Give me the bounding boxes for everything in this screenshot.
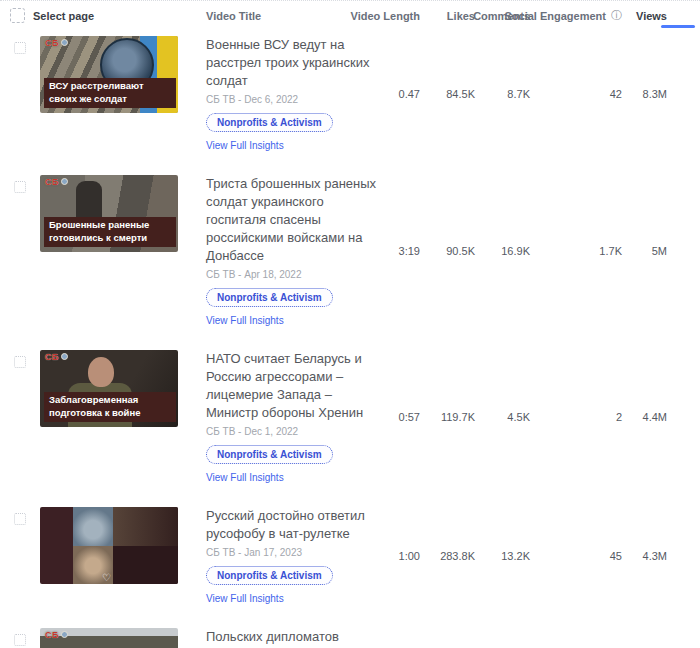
row-checkbox[interactable] bbox=[14, 634, 26, 646]
thumbnail-cell: СБ ВСУ расстреливают своих же солдат bbox=[40, 36, 178, 151]
views-value: 8.3M bbox=[622, 88, 667, 100]
view-full-insights-link[interactable]: View Full Insights bbox=[206, 472, 378, 483]
column-header-likes[interactable]: Likes bbox=[420, 10, 475, 22]
views-value: 5M bbox=[622, 245, 667, 257]
video-title[interactable]: Триста брошенных раненых солдат украинск… bbox=[206, 175, 378, 265]
social-engagement-value: 42 bbox=[530, 88, 622, 100]
table-header: Select page Video Title Video Length Lik… bbox=[0, 0, 700, 30]
category-badge[interactable]: Nonprofits & Activism bbox=[206, 566, 333, 585]
row-checkbox[interactable] bbox=[14, 42, 26, 54]
video-meta: СБ ТВ - Jan 17, 2023 bbox=[206, 547, 378, 558]
channel-logo: СБ bbox=[45, 353, 68, 362]
column-header-views[interactable]: Views bbox=[622, 10, 667, 22]
category-badge[interactable]: Nonprofits & Activism bbox=[206, 113, 333, 132]
thumbnail-cell: СБ Брошенные раненые готовились к смерти bbox=[40, 175, 178, 326]
video-meta: СБ ТВ - Apr 18, 2022 bbox=[206, 269, 378, 280]
title-cell: НАТО считает Беларусь и Россию агрессора… bbox=[178, 350, 378, 483]
likes-value: 283.8K bbox=[420, 550, 475, 562]
table-row: СБ Проводы дипломатов с позором Польских… bbox=[0, 628, 700, 648]
thumbnail-cell: ♡ bbox=[40, 507, 178, 604]
video-title[interactable]: Русский достойно ответил русофобу в чат-… bbox=[206, 507, 378, 543]
table-row: СБ ВСУ расстреливают своих же солдат Вое… bbox=[0, 36, 700, 151]
social-engagement-value: 45 bbox=[530, 550, 622, 562]
info-icon[interactable]: ⓘ bbox=[611, 10, 622, 21]
views-value: 4.3M bbox=[622, 550, 667, 562]
video-title[interactable]: Военные ВСУ ведут на расстрел троих укра… bbox=[206, 36, 378, 90]
view-full-insights-link[interactable]: View Full Insights bbox=[206, 140, 378, 151]
social-engagement-value: 2 bbox=[530, 411, 622, 423]
category-badge[interactable]: Nonprofits & Activism bbox=[206, 288, 333, 307]
row-select-cell bbox=[0, 628, 40, 648]
video-title[interactable]: НАТО считает Беларусь и Россию агрессора… bbox=[206, 350, 378, 422]
column-header-social-engagement[interactable]: Social Engagement ⓘ bbox=[530, 10, 622, 22]
comments-value: 8.7K bbox=[475, 88, 530, 100]
row-select-cell bbox=[0, 350, 40, 483]
video-thumbnail[interactable]: СБ Заблаговременная подготовка к войне bbox=[40, 350, 178, 427]
thumbnail-caption: Заблаговременная подготовка к войне bbox=[44, 392, 176, 422]
logo-globe-icon bbox=[61, 353, 68, 360]
channel-logo: СБ bbox=[45, 178, 68, 187]
select-page-checkbox[interactable] bbox=[10, 8, 25, 23]
row-checkbox[interactable] bbox=[14, 356, 26, 368]
video-title[interactable]: Польских дипломатов проводили под военны… bbox=[206, 628, 378, 648]
column-header-video-length[interactable]: Video Length bbox=[378, 10, 420, 22]
officer-head bbox=[88, 357, 114, 387]
logo-globe-icon bbox=[61, 631, 68, 638]
thumbnail-cell: СБ Заблаговременная подготовка к войне bbox=[40, 350, 178, 483]
social-engagement-label: Social Engagement bbox=[505, 10, 606, 22]
title-cell: Триста брошенных раненых солдат украинск… bbox=[178, 175, 378, 326]
title-cell: Польских дипломатов проводили под военны… bbox=[178, 628, 378, 648]
row-checkbox[interactable] bbox=[14, 513, 26, 525]
row-checkbox[interactable] bbox=[14, 181, 26, 193]
video-length-value: 0.47 bbox=[378, 88, 420, 100]
select-page-cell: Select page bbox=[0, 8, 178, 23]
views-value: 4.4M bbox=[622, 411, 667, 423]
video-thumbnail[interactable]: СБ Брошенные раненые готовились к смерти bbox=[40, 175, 178, 252]
thumbnail-caption: ВСУ расстреливают своих же солдат bbox=[44, 78, 176, 108]
social-engagement-value: 1.7K bbox=[530, 245, 622, 257]
video-meta: СБ ТВ - Dec 1, 2022 bbox=[206, 426, 378, 437]
video-thumbnail[interactable]: СБ Проводы дипломатов с позором bbox=[40, 628, 178, 648]
comments-value: 4.5K bbox=[475, 411, 530, 423]
video-meta: СБ ТВ - Dec 6, 2022 bbox=[206, 94, 378, 105]
category-badge[interactable]: Nonprofits & Activism bbox=[206, 445, 333, 464]
video-length-value: 1:00 bbox=[378, 550, 420, 562]
webcam-tile bbox=[113, 546, 178, 584]
video-length-value: 0:57 bbox=[378, 411, 420, 423]
row-select-cell bbox=[0, 36, 40, 151]
logo-globe-icon bbox=[61, 178, 68, 185]
video-length-value: 3:19 bbox=[378, 245, 420, 257]
likes-value: 119.7K bbox=[420, 411, 475, 423]
video-thumbnail[interactable]: СБ ВСУ расстреливают своих же солдат bbox=[40, 36, 178, 113]
comments-value: 13.2K bbox=[475, 550, 530, 562]
channel-logo: СБ bbox=[45, 39, 68, 48]
heart-icon: ♡ bbox=[102, 573, 111, 583]
webcam-tile bbox=[113, 507, 178, 546]
table-row: СБ Заблаговременная подготовка к войне Н… bbox=[0, 350, 700, 483]
title-cell: Военные ВСУ ведут на расстрел троих укра… bbox=[178, 36, 378, 151]
views-sort-indicator bbox=[661, 25, 695, 28]
table-row: СБ Брошенные раненые готовились к смерти… bbox=[0, 175, 700, 326]
column-header-video-title[interactable]: Video Title bbox=[178, 10, 378, 22]
thumbnail-caption: Брошенные раненые готовились к смерти bbox=[44, 217, 176, 247]
view-full-insights-link[interactable]: View Full Insights bbox=[206, 315, 378, 326]
videos-table: Select page Video Title Video Length Lik… bbox=[0, 0, 700, 648]
likes-value: 84.5K bbox=[420, 88, 475, 100]
row-select-cell bbox=[0, 507, 40, 604]
select-page-label: Select page bbox=[33, 10, 94, 22]
comments-value: 16.9K bbox=[475, 245, 530, 257]
channel-logo: СБ bbox=[45, 631, 68, 640]
webcam-tile bbox=[73, 507, 113, 546]
view-full-insights-link[interactable]: View Full Insights bbox=[206, 593, 378, 604]
video-thumbnail[interactable]: ♡ bbox=[40, 507, 178, 584]
title-cell: Русский достойно ответил русофобу в чат-… bbox=[178, 507, 378, 604]
logo-globe-icon bbox=[61, 39, 68, 46]
row-select-cell bbox=[0, 175, 40, 326]
likes-value: 90.5K bbox=[420, 245, 475, 257]
thumbnail-cell: СБ Проводы дипломатов с позором bbox=[40, 628, 178, 648]
table-row: ♡ Русский достойно ответил русофобу в ча… bbox=[0, 507, 700, 604]
